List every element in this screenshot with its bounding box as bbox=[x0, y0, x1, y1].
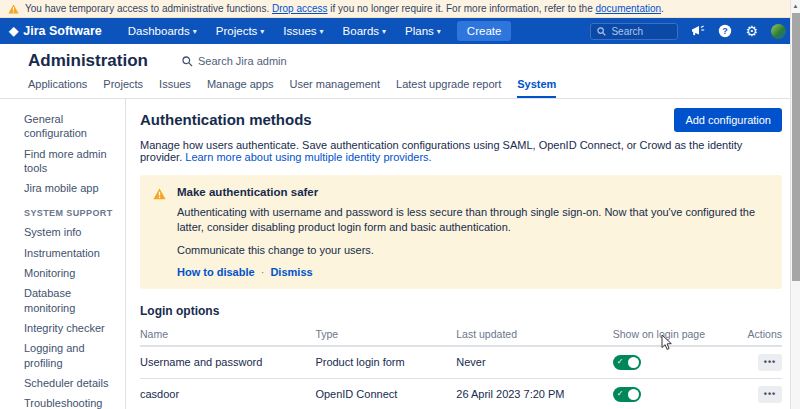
sidebar-item-system-info[interactable]: System info bbox=[24, 225, 117, 239]
sidebar-item-find-more-admin-tools[interactable]: Find more admin tools bbox=[24, 147, 117, 176]
chevron-down-icon: ▾ bbox=[320, 27, 324, 36]
help-icon[interactable]: ? bbox=[718, 24, 732, 38]
table-row: Username and password Product login form… bbox=[140, 346, 782, 379]
content-area: General configuration Find more admin to… bbox=[0, 99, 800, 409]
svg-text:?: ? bbox=[723, 26, 729, 36]
main-panel: Authentication methods Add configuration… bbox=[126, 99, 800, 409]
column-header-type: Type bbox=[315, 322, 456, 346]
banner-text: You have temporary access to administrat… bbox=[25, 3, 664, 14]
column-header-last-updated: Last updated bbox=[456, 322, 613, 346]
tab-projects[interactable]: Projects bbox=[103, 78, 143, 98]
table-header-row: Name Type Last updated Show on login pag… bbox=[140, 322, 782, 346]
nav-item-dashboards[interactable]: Dashboards ▾ bbox=[128, 25, 197, 37]
tab-user-management[interactable]: User management bbox=[290, 78, 381, 98]
section-title: Authentication methods bbox=[140, 108, 312, 128]
warning-icon bbox=[153, 188, 166, 200]
row-type: OpenID Connect bbox=[315, 378, 456, 409]
tab-latest-upgrade-report[interactable]: Latest upgrade report bbox=[396, 78, 501, 98]
main-header-row: Authentication methods Add configuration bbox=[140, 108, 782, 132]
search-icon bbox=[597, 27, 606, 36]
chevron-down-icon: ▾ bbox=[382, 27, 386, 36]
admin-tabs: Applications Projects Issues Manage apps… bbox=[0, 78, 800, 99]
row-name: Username and password bbox=[140, 346, 315, 379]
jira-logo-text: Jira Software bbox=[23, 24, 102, 38]
warning-body-1: Authenticating with username and passwor… bbox=[177, 205, 770, 235]
admin-search-input[interactable] bbox=[198, 55, 308, 67]
column-header-name: Name bbox=[140, 322, 315, 346]
user-avatar[interactable] bbox=[771, 24, 786, 39]
section-description: Manage how users authenticate. Save auth… bbox=[140, 139, 782, 163]
login-options-table: Name Type Last updated Show on login pag… bbox=[140, 322, 782, 409]
dot-separator: · bbox=[258, 266, 268, 278]
warning-body-2: Communicate this change to your users. bbox=[177, 243, 770, 258]
make-auth-safer-warning: Make authentication safer Authenticating… bbox=[140, 175, 782, 289]
admin-header: Administration bbox=[0, 44, 800, 78]
chevron-down-icon: ▾ bbox=[260, 27, 264, 36]
add-configuration-button[interactable]: Add configuration bbox=[674, 108, 782, 132]
sidebar-item-jira-mobile-app[interactable]: Jira mobile app bbox=[24, 181, 117, 195]
row-last-updated: Never bbox=[456, 346, 613, 379]
announcements-icon[interactable] bbox=[691, 25, 705, 37]
scrollbar-up-arrow[interactable]: ▲ bbox=[791, 0, 800, 12]
sidebar-item-monitoring[interactable]: Monitoring bbox=[24, 266, 117, 280]
nav-item-projects[interactable]: Projects ▾ bbox=[216, 25, 265, 37]
check-icon: ✓ bbox=[617, 358, 624, 366]
page-title: Administration bbox=[28, 51, 148, 71]
row-actions-button[interactable]: ••• bbox=[758, 386, 782, 403]
sidebar-item-integrity-checker[interactable]: Integrity checker bbox=[24, 321, 117, 335]
toggle-knob bbox=[628, 389, 639, 400]
warning-title: Make authentication safer bbox=[177, 186, 770, 198]
app-navbar: ◆ Jira Software Dashboards ▾ Projects ▾ … bbox=[0, 18, 800, 44]
sidebar-item-instrumentation[interactable]: Instrumentation bbox=[24, 246, 117, 260]
sidebar-item-scheduler-details[interactable]: Scheduler details bbox=[24, 376, 117, 390]
sidebar-section-system-support: SYSTEM SUPPORT bbox=[24, 208, 117, 218]
drop-access-link[interactable]: Drop access bbox=[272, 3, 328, 14]
nav-item-issues[interactable]: Issues ▾ bbox=[283, 25, 323, 37]
admin-search[interactable] bbox=[182, 55, 308, 67]
system-sidebar: General configuration Find more admin to… bbox=[0, 99, 126, 409]
sidebar-item-database-monitoring[interactable]: Database monitoring bbox=[24, 286, 117, 315]
sidebar-item-troubleshooting[interactable]: Troubleshooting and support tools bbox=[24, 396, 117, 409]
sidebar-item-general-configuration[interactable]: General configuration bbox=[24, 112, 117, 141]
login-options-heading: Login options bbox=[140, 304, 782, 318]
chevron-down-icon: ▾ bbox=[437, 27, 441, 36]
documentation-link[interactable]: documentation bbox=[595, 3, 661, 14]
gear-icon[interactable]: ⚙ bbox=[745, 24, 758, 38]
navbar-menu: Dashboards ▾ Projects ▾ Issues ▾ Boards … bbox=[128, 25, 441, 37]
vertical-scrollbar[interactable]: ▲ bbox=[790, 0, 800, 409]
row-name: casdoor bbox=[140, 378, 315, 409]
row-type: Product login form bbox=[315, 346, 456, 379]
show-on-login-toggle[interactable]: ✓ bbox=[613, 355, 641, 370]
column-header-actions: Actions bbox=[748, 322, 782, 346]
sidebar-item-logging-and-profiling[interactable]: Logging and profiling bbox=[24, 341, 117, 370]
create-button[interactable]: Create bbox=[457, 21, 512, 41]
nav-item-boards[interactable]: Boards ▾ bbox=[343, 25, 386, 37]
chevron-down-icon: ▾ bbox=[193, 27, 197, 36]
tab-manage-apps[interactable]: Manage apps bbox=[207, 78, 274, 98]
show-on-login-toggle[interactable]: ✓ bbox=[613, 387, 641, 402]
tab-system[interactable]: System bbox=[517, 78, 556, 98]
warning-actions: How to disable · Dismiss bbox=[177, 266, 770, 278]
dismiss-link[interactable]: Dismiss bbox=[270, 266, 312, 278]
jira-logo-icon: ◆ bbox=[9, 25, 18, 37]
tab-applications[interactable]: Applications bbox=[28, 78, 87, 98]
row-actions-button[interactable]: ••• bbox=[758, 354, 782, 371]
learn-more-link[interactable]: Learn more about using multiple identity… bbox=[185, 151, 431, 163]
search-icon bbox=[182, 56, 193, 67]
temporary-access-banner: You have temporary access to administrat… bbox=[0, 0, 800, 18]
tab-issues[interactable]: Issues bbox=[159, 78, 191, 98]
navbar-right: ? ⚙ bbox=[590, 23, 786, 40]
how-to-disable-link[interactable]: How to disable bbox=[177, 266, 255, 278]
row-last-updated: 26 April 2023 7:20 PM bbox=[456, 378, 613, 409]
global-search[interactable] bbox=[590, 23, 678, 40]
table-row: casdoor OpenID Connect 26 April 2023 7:2… bbox=[140, 378, 782, 409]
scrollbar-thumb[interactable] bbox=[792, 13, 800, 281]
warning-icon bbox=[8, 4, 19, 14]
column-header-show-on-login: Show on login page bbox=[613, 322, 748, 346]
check-icon: ✓ bbox=[617, 390, 624, 398]
toggle-knob bbox=[628, 357, 639, 368]
jira-logo[interactable]: ◆ Jira Software bbox=[9, 24, 102, 38]
global-search-input[interactable] bbox=[611, 26, 671, 37]
nav-item-plans[interactable]: Plans ▾ bbox=[405, 25, 441, 37]
